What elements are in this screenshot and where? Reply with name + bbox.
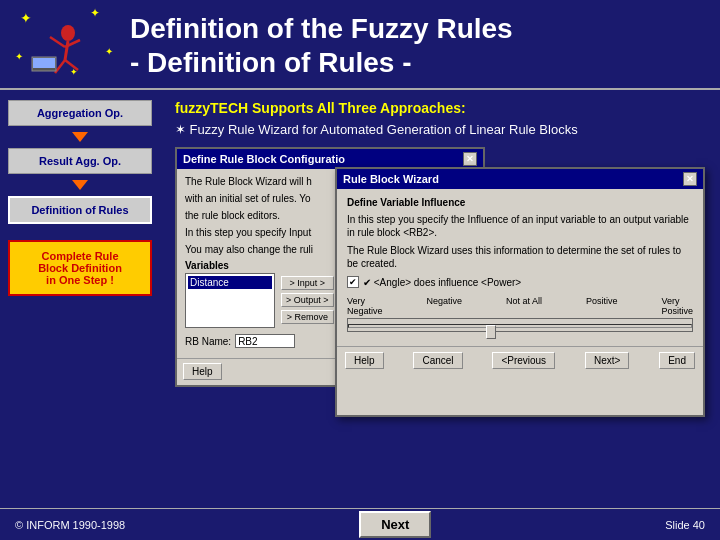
svg-text:✦: ✦ bbox=[105, 46, 113, 57]
footer: © INFORM 1990-1998 Next Slide 40 bbox=[0, 508, 720, 540]
dialogs-container: Define Rule Block Configuratio ✕ The Rul… bbox=[175, 147, 705, 427]
variable-distance[interactable]: Distance bbox=[188, 276, 272, 289]
sidebar-item-result-agg[interactable]: Result Agg. Op. bbox=[8, 148, 152, 174]
highlight-line3: in One Step ! bbox=[46, 274, 114, 286]
bullet-item-wizard: ✶ Fuzzy Rule Wizard for Automated Genera… bbox=[175, 122, 705, 137]
sidebar-item-definition-label: Definition of Rules bbox=[31, 204, 128, 216]
approaches-title: fuzzyTECH Supports All Three Approaches: bbox=[175, 100, 705, 116]
slider-thumb[interactable] bbox=[486, 325, 496, 339]
bullet-text: ✶ Fuzzy Rule Wizard for Automated Genera… bbox=[175, 122, 578, 137]
logo-graphic: ✦ ✦ ✦ ✦ ✦ bbox=[10, 5, 120, 85]
sidebar: Aggregation Op. Result Agg. Op. Definiti… bbox=[0, 90, 160, 530]
header-title: Definition of the Fuzzy Rules - Definiti… bbox=[130, 12, 513, 79]
dialog-configure-close-button[interactable]: ✕ bbox=[463, 152, 477, 166]
dialog-configure-titlebar: Define Rule Block Configuratio ✕ bbox=[177, 149, 483, 169]
dialog-configure-title-text: Define Rule Block Configuratio bbox=[183, 153, 345, 165]
svg-line-6 bbox=[65, 41, 68, 60]
sidebar-item-aggregation[interactable]: Aggregation Op. bbox=[8, 100, 152, 126]
svg-point-5 bbox=[61, 25, 75, 41]
rb-name-value: RB2 bbox=[238, 336, 257, 347]
label-negative: Negative bbox=[427, 296, 463, 316]
slider-track bbox=[348, 324, 692, 328]
slide-number: Slide 40 bbox=[665, 519, 705, 531]
dialog-influence-subtitle: Define Variable Influence bbox=[347, 197, 693, 208]
input-button[interactable]: > Input > bbox=[281, 276, 334, 290]
output-button[interactable]: > Output > bbox=[281, 293, 334, 307]
dialog-influence: Rule Block Wizard ✕ Define Variable Infl… bbox=[335, 167, 705, 417]
svg-rect-12 bbox=[33, 58, 55, 68]
sidebar-item-definition[interactable]: Definition of Rules bbox=[8, 196, 152, 224]
svg-line-7 bbox=[50, 37, 65, 47]
remove-button[interactable]: > Remove bbox=[281, 310, 334, 324]
checkbox-row: ✔ ✔ <Angle> does influence <Power> bbox=[347, 276, 693, 288]
header-title-line1: Definition of the Fuzzy Rules bbox=[130, 13, 513, 44]
arrow-icon-2 bbox=[72, 180, 88, 190]
svg-text:✦: ✦ bbox=[20, 10, 32, 26]
variable-action-buttons: > Input > > Output > > Remove bbox=[281, 276, 334, 324]
help-button-front[interactable]: Help bbox=[345, 352, 384, 369]
arrow-icon-1 bbox=[72, 132, 88, 142]
label-not-at-all: Not at All bbox=[506, 296, 542, 316]
logo-area: ✦ ✦ ✦ ✦ ✦ bbox=[5, 5, 125, 85]
dialog-front-bottom-buttons: Help Cancel <Previous Next> End bbox=[337, 346, 703, 374]
dialog-influence-body1: In this step you specify the Influence o… bbox=[347, 213, 693, 239]
rb-name-input[interactable]: RB2 bbox=[235, 334, 295, 348]
sidebar-item-complete[interactable]: Complete Rule Block Definition in One St… bbox=[8, 240, 152, 296]
highlight-line2: Block Definition bbox=[38, 262, 122, 274]
dialog-influence-body: Define Variable Influence In this step y… bbox=[337, 189, 703, 340]
slider-section: VeryNegative Negative Not at All Positiv… bbox=[347, 296, 693, 332]
next-button-footer[interactable]: Next bbox=[359, 511, 431, 538]
copyright-text: © INFORM 1990-1998 bbox=[15, 519, 125, 531]
label-positive: Positive bbox=[586, 296, 618, 316]
dialog-influence-body2: The Rule Block Wizard uses this informat… bbox=[347, 244, 693, 270]
highlight-line1: Complete Rule bbox=[41, 250, 118, 262]
checkbox-label: ✔ <Angle> does influence <Power> bbox=[363, 277, 521, 288]
next-button-dialog[interactable]: Next> bbox=[585, 352, 629, 369]
rb-name-label: RB Name: bbox=[185, 336, 231, 347]
label-very-positive: VeryPositive bbox=[661, 296, 693, 316]
dialog-influence-title-text: Rule Block Wizard bbox=[343, 173, 439, 185]
sidebar-item-result-label: Result Agg. Op. bbox=[39, 155, 121, 167]
slider-control[interactable] bbox=[347, 318, 693, 332]
slider-labels: VeryNegative Negative Not at All Positiv… bbox=[347, 296, 693, 316]
header-title-line2: - Definition of Rules - bbox=[130, 47, 412, 78]
help-button-back[interactable]: Help bbox=[183, 363, 222, 380]
svg-text:✦: ✦ bbox=[15, 51, 23, 62]
variables-listbox[interactable]: Distance bbox=[185, 273, 275, 328]
content-area: fuzzyTECH Supports All Three Approaches:… bbox=[160, 90, 720, 530]
svg-text:✦: ✦ bbox=[90, 6, 100, 20]
checkbox-influence[interactable]: ✔ bbox=[347, 276, 359, 288]
label-very-negative: VeryNegative bbox=[347, 296, 383, 316]
main-content: Aggregation Op. Result Agg. Op. Definiti… bbox=[0, 90, 720, 530]
cancel-button-front[interactable]: Cancel bbox=[413, 352, 462, 369]
dialog-influence-titlebar: Rule Block Wizard ✕ bbox=[337, 169, 703, 189]
end-button[interactable]: End bbox=[659, 352, 695, 369]
previous-button[interactable]: <Previous bbox=[492, 352, 555, 369]
dialog-influence-close-button[interactable]: ✕ bbox=[683, 172, 697, 186]
sidebar-item-aggregation-label: Aggregation Op. bbox=[37, 107, 123, 119]
